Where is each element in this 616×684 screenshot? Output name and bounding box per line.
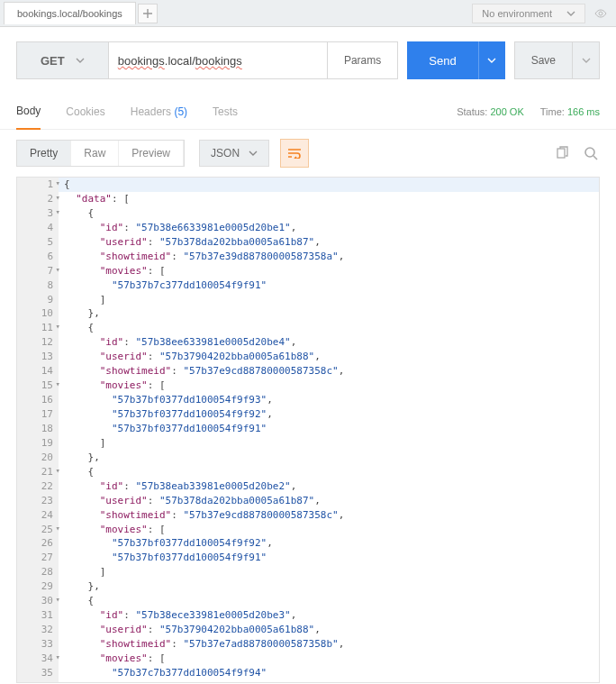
chevron-down-icon: [582, 58, 591, 63]
wrap-lines-button[interactable]: [280, 139, 309, 168]
svg-point-0: [599, 12, 602, 15]
chevron-down-icon: [487, 58, 496, 63]
tab-tests[interactable]: Tests: [213, 95, 238, 129]
environment-dropdown[interactable]: No environment: [472, 4, 585, 23]
view-preview[interactable]: Preview: [119, 141, 184, 166]
chevron-down-icon: [566, 11, 575, 16]
response-time: 166 ms: [567, 106, 600, 117]
chevron-down-icon: [249, 150, 258, 156]
format-label: JSON: [211, 147, 240, 160]
environment-selector: No environment: [472, 4, 612, 23]
view-raw[interactable]: Raw: [71, 141, 119, 166]
tab-title: bookings.local/bookings: [17, 8, 122, 19]
svg-rect-1: [557, 149, 565, 158]
environment-quicklook-button[interactable]: [589, 4, 612, 23]
tab-bar: bookings.local/bookings No environment: [0, 0, 616, 27]
response-meta: Status: 200 OK Time: 166 ms: [457, 106, 600, 117]
eye-icon: [594, 7, 607, 20]
send-button[interactable]: Send: [407, 41, 477, 79]
environment-label: No environment: [482, 8, 552, 19]
view-mode-group: Pretty Raw Preview: [16, 140, 185, 167]
status-code: 200 OK: [490, 106, 523, 117]
search-icon: [584, 146, 598, 160]
send-dropdown[interactable]: [478, 41, 505, 79]
request-bar: GET bookings.local/bookings Params Send …: [0, 27, 616, 94]
view-pretty[interactable]: Pretty: [17, 141, 71, 166]
wrap-icon: [287, 148, 302, 159]
tab-cookies[interactable]: Cookies: [66, 95, 104, 129]
time-block: Time: 166 ms: [540, 106, 600, 117]
chevron-down-icon: [76, 58, 85, 63]
request-tab[interactable]: bookings.local/bookings: [4, 2, 136, 24]
url-input[interactable]: bookings.local/bookings: [109, 41, 328, 79]
status-block: Status: 200 OK: [457, 106, 524, 117]
add-tab-button[interactable]: [138, 4, 158, 23]
params-button[interactable]: Params: [328, 41, 398, 79]
save-dropdown[interactable]: [573, 41, 600, 79]
save-button[interactable]: Save: [514, 41, 573, 79]
search-button[interactable]: [582, 144, 600, 162]
response-tabs: Body Cookies Headers (5) Tests Status: 2…: [0, 94, 616, 130]
plus-icon: [143, 9, 152, 18]
viewer-bar: Pretty Raw Preview JSON: [0, 130, 616, 177]
http-method-dropdown[interactable]: GET: [16, 41, 109, 79]
tab-body[interactable]: Body: [16, 94, 41, 130]
tab-headers[interactable]: Headers (5): [131, 95, 187, 129]
format-dropdown[interactable]: JSON: [199, 140, 269, 167]
svg-point-2: [585, 148, 594, 157]
http-method-label: GET: [41, 54, 65, 68]
copy-button[interactable]: [553, 144, 571, 162]
response-body-viewer[interactable]: 1▾{2▾ "data": [3▾ {4 "id": "57b38e663398…: [16, 177, 600, 683]
copy-icon: [555, 146, 569, 160]
